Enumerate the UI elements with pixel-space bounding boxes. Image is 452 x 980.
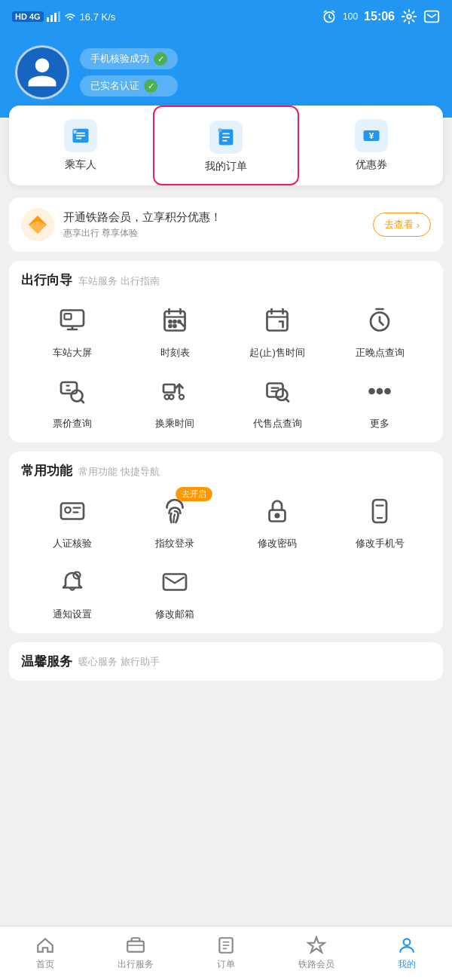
nav-item-travel[interactable]: 出行服务 [90,926,181,980]
sale-time-icon [258,301,297,340]
svg-rect-0 [47,17,49,22]
bottom-nav: 首页 出行服务 订单 铁路会员 我的 [0,926,452,980]
status-right: 100 15:06 [322,8,440,25]
orders-icon [215,127,237,148]
change-password-icon [258,492,297,531]
grid-item-station-screen[interactable]: 车站大屏 [21,301,124,360]
svg-point-46 [179,395,184,400]
time-label: 15:06 [364,10,395,23]
mine-nav-icon [397,936,417,955]
nav-label-travel: 出行服务 [118,958,154,971]
nav-label-membership: 铁路会员 [298,958,334,971]
nav-item-orders[interactable]: 订单 [181,926,271,980]
nav-item-home[interactable]: 首页 [0,926,90,980]
quick-actions-card: 乘车人 我的订单 ¥ 优惠券 [9,106,443,185]
status-bar: HD 4G 16.7 K/s 100 15:06 [0,0,452,33]
grid-item-timetable[interactable]: 时刻表 [124,301,226,360]
svg-rect-24 [65,314,72,320]
svg-point-33 [174,325,176,327]
nav-item-membership[interactable]: 铁路会员 [271,926,362,980]
member-text: 开通铁路会员，立享积分优惠！ 惠享出行 尊享体验 [63,210,364,240]
travel-guide-section: 出行向导 车站服务 出行指南 车站大屏 时刻表 起(止)售时间 [9,261,443,443]
svg-rect-2 [54,13,56,22]
member-banner: 开通铁路会员，立享积分优惠！ 惠享出行 尊享体验 去查看 › [9,198,443,252]
grid-item-fingerprint[interactable]: 去开启 指纹登录 [124,492,226,550]
avatar[interactable] [15,45,69,100]
real-name-badge: 已实名认证 ✓ [80,75,178,96]
nav-label-mine: 我的 [398,958,416,971]
svg-rect-1 [50,15,53,22]
sale-time-label: 起(止)售时间 [249,346,305,360]
timetable-label: 时刻表 [160,346,190,360]
svg-rect-61 [373,500,386,522]
signal-icon [47,11,60,22]
quick-item-coupon[interactable]: ¥ 优惠券 [299,106,443,185]
nav-item-mine[interactable]: 我的 [362,926,452,980]
id-verify-icon [53,492,92,531]
svg-point-45 [170,395,174,400]
grid-item-change-password[interactable]: 修改密码 [226,492,328,550]
svg-rect-67 [163,574,186,590]
svg-text:¥: ¥ [368,130,374,140]
common-functions-header: 常用功能 常用功能 快捷导航 [21,462,431,479]
status-left: HD 4G 16.7 K/s [12,11,115,23]
warm-services-title: 温馨服务 [21,653,72,670]
svg-rect-3 [58,11,60,22]
grid-item-sale-time[interactable]: 起(止)售时间 [226,301,328,360]
grid-item-price-query[interactable]: 票价查询 [21,372,124,430]
punctuality-label: 正晚点查询 [356,346,405,360]
check-icon: ✓ [154,52,167,66]
grid-item-change-email[interactable]: 修改邮箱 [124,562,226,621]
svg-point-32 [170,325,172,327]
coupon-icon: ¥ [361,125,382,146]
grid-item-transfer-time[interactable]: 换乘时间 [124,372,226,430]
timetable-icon [155,301,194,340]
transfer-time-icon [155,372,194,411]
svg-point-5 [407,14,411,19]
quick-item-orders[interactable]: 我的订单 [153,106,300,185]
svg-point-54 [386,389,390,394]
grid-item-change-phone[interactable]: 修改手机号 [328,492,431,550]
common-functions-grid: 人证核验 去开启 指纹登录 修改密码 修改手机号 [21,492,431,621]
svg-rect-68 [127,942,144,952]
common-functions-section: 常用功能 常用功能 快捷导航 人证核验 去开启 指纹登录 修改密码 [9,452,443,633]
svg-rect-18 [218,128,222,132]
quick-item-passenger[interactable]: 乘车人 [9,106,153,185]
price-query-label: 票价查询 [53,417,92,430]
membership-nav-icon [307,936,326,955]
common-functions-subtitle: 常用功能 快捷导航 [78,465,160,479]
svg-rect-34 [267,311,288,331]
svg-point-29 [170,320,172,323]
fingerprint-label: 指纹登录 [155,537,194,550]
common-functions-title: 常用功能 [21,462,72,479]
svg-point-30 [174,320,176,323]
member-btn[interactable]: 去查看 › [373,213,431,237]
change-password-label: 修改密码 [258,537,297,550]
more-icon [360,372,399,411]
grid-item-notification[interactable]: 通知设置 [21,562,124,621]
speed-label: 16.7 K/s [80,11,116,23]
warm-services-teaser: 温馨服务 暖心服务 旅行助手 [9,642,443,681]
network-label: HD 4G [12,11,44,22]
svg-point-74 [404,939,411,945]
battery-label: 100 [343,11,358,22]
member-icon [21,208,54,241]
grid-item-id-verify[interactable]: 人证核验 [21,492,124,550]
member-title: 开通铁路会员，立享积分优惠！ [63,210,364,225]
settings-icon[interactable] [401,8,417,25]
travel-nav-icon [126,936,145,955]
passenger-label: 乘车人 [65,158,96,172]
message-icon[interactable] [423,8,440,25]
member-sub: 惠享出行 尊享体验 [63,227,364,240]
grid-item-punctuality[interactable]: 正晚点查询 [328,301,431,360]
agent-query-icon [258,372,297,411]
grid-item-agent-query[interactable]: 代售点查询 [226,372,328,430]
svg-line-49 [286,399,289,402]
svg-line-42 [81,400,84,403]
grid-item-more[interactable]: 更多 [328,372,431,430]
svg-point-52 [370,389,374,394]
svg-rect-43 [163,384,175,393]
nav-label-orders: 订单 [217,958,235,971]
orders-label: 我的订单 [205,160,247,173]
svg-rect-40 [61,382,77,394]
